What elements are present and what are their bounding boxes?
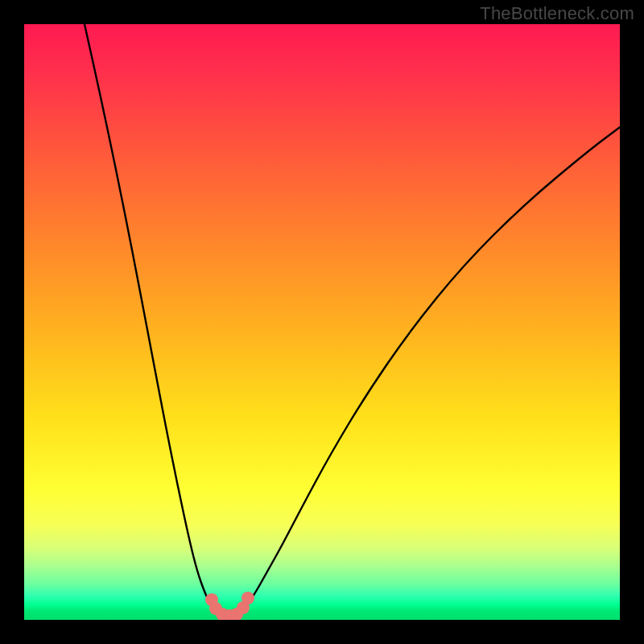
valley-marker xyxy=(242,592,254,605)
curve-left-branch xyxy=(85,24,220,613)
valley-markers xyxy=(205,592,254,620)
outer-frame: TheBottleneck.com xyxy=(0,0,644,644)
curve-layer xyxy=(24,24,620,620)
watermark-text: TheBottleneck.com xyxy=(480,3,634,24)
curve-right-branch xyxy=(239,127,620,613)
plot-area xyxy=(24,24,620,620)
